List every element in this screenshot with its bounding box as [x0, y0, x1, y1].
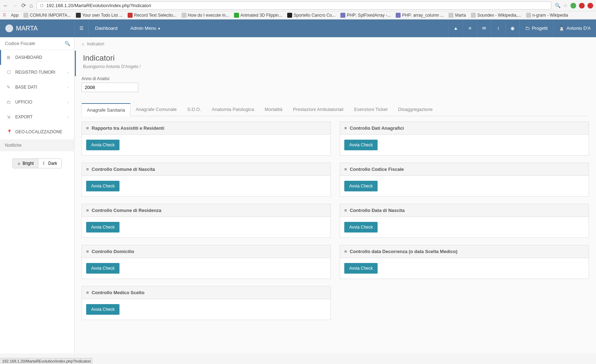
- avvia-check-button[interactable]: Avvia Check: [86, 263, 119, 274]
- tab-mortalita[interactable]: Mortalità: [260, 103, 288, 116]
- bookmark-item[interactable]: How do I execute m...: [182, 13, 229, 18]
- bookmarks-bar: ⠿ App COMUNI IMPORTA... Your own Todo Li…: [0, 11, 596, 19]
- monitor-icon: 🖵: [7, 70, 12, 75]
- back-icon[interactable]: ←: [3, 2, 9, 9]
- avvia-check-button[interactable]: Avvia Check: [86, 181, 119, 191]
- bookmark-item[interactable]: PHP: array_column ...: [396, 13, 444, 18]
- panel-body: Avvia Check: [340, 135, 589, 155]
- tab-esenzioni[interactable]: Esenzioni Ticket: [349, 103, 393, 116]
- panel-body: Avvia Check: [82, 176, 330, 196]
- moon-icon: ☾: [43, 161, 46, 166]
- panel: ≡Controllo Dati AnagraficiAvvia Check: [340, 122, 589, 156]
- sidebar-item-ufficio[interactable]: 🗀UFFICIO‹: [0, 95, 74, 110]
- panel-title: Controllo data Decorrenza (o data Scelta…: [350, 249, 457, 254]
- browser-chrome: ← → ⟳ ⌂ 🗋 🔍 ☆ ⠿ App COMUNI IMPORTA... Yo…: [0, 0, 596, 19]
- panel-title: Controllo Comune di Nascita: [92, 167, 155, 172]
- tab-sdo[interactable]: S.D.O.: [182, 103, 206, 116]
- tab-disaggregazione[interactable]: Disaggregazione: [393, 103, 438, 116]
- bookmark-item[interactable]: PHP: SplFixedArray -...: [340, 13, 391, 18]
- star-icon[interactable]: ☆: [563, 3, 568, 8]
- forward-icon[interactable]: →: [12, 2, 18, 9]
- extension-icon-2[interactable]: [570, 3, 576, 9]
- panel-header: ≡Controllo data Decorrenza (o data Scelt…: [340, 245, 589, 258]
- sidebar-section-notifiche: Notifiche: [0, 139, 74, 151]
- bookmark-item[interactable]: Record Text Selectio...: [128, 13, 177, 18]
- chevron-left-icon: ‹: [67, 71, 68, 74]
- alert-icon[interactable]: ▲: [449, 19, 463, 37]
- panel-body: Avvia Check: [82, 135, 330, 155]
- panel-body: Avvia Check: [82, 258, 330, 279]
- bookmark-item[interactable]: Soundex - Wikipedia,...: [471, 13, 521, 18]
- avvia-check-button[interactable]: Avvia Check: [344, 263, 378, 274]
- home-icon[interactable]: ⌂: [29, 2, 33, 9]
- bars-icon: ≡: [86, 208, 89, 213]
- nav-admin-menu[interactable]: Admin Menu ▼: [124, 19, 167, 37]
- tab-prestazioni[interactable]: Prestazioni Ambulatoriali: [288, 103, 349, 116]
- bookmark-item[interactable]: Your own Todo List ...: [76, 13, 123, 18]
- bookmark-item[interactable]: Animated 3D Flippin...: [234, 13, 282, 18]
- avvia-check-button[interactable]: Avvia Check: [344, 222, 378, 233]
- panel-body: Avvia Check: [340, 176, 589, 196]
- nav-dashboard[interactable]: Dashboard: [89, 19, 124, 37]
- panel-header: ≡Rapporto tra Assistiti e Residenti: [82, 122, 330, 135]
- url-bar[interactable]: 🗋: [37, 1, 551, 10]
- panel-title: Rapporto tra Assistiti e Residenti: [92, 125, 165, 131]
- theme-bright-button[interactable]: ☼Bright: [13, 159, 38, 168]
- breadcrumb: ⌂ Indicatori: [74, 37, 596, 51]
- extension-icon-3[interactable]: [579, 3, 585, 9]
- logo[interactable]: MARTA: [0, 24, 74, 32]
- chevron-left-icon: ‹: [67, 85, 68, 89]
- extension-icon-4[interactable]: [587, 3, 593, 9]
- list-icon[interactable]: ≡: [463, 19, 477, 37]
- sidebar-toggle-button[interactable]: ☰: [74, 19, 89, 37]
- extension-icon-1[interactable]: 🔍: [555, 3, 561, 8]
- bookmark-item[interactable]: Sportello Cancro Co...: [287, 13, 335, 18]
- mail-icon[interactable]: ✉: [477, 19, 491, 37]
- reload-icon[interactable]: ⟳: [21, 2, 26, 9]
- avvia-check-button[interactable]: Avvia Check: [344, 181, 378, 191]
- tab-anagrafe-sanitaria[interactable]: Anagrafe Sanitaria: [82, 103, 130, 116]
- avvia-check-button[interactable]: Avvia Check: [344, 140, 378, 150]
- tab-anatomia-patologica[interactable]: Anatomia Patologica: [206, 103, 259, 116]
- logo-icon: [5, 24, 13, 32]
- avvia-check-button[interactable]: Avvia Check: [86, 140, 119, 150]
- bars-icon: ≡: [86, 167, 89, 172]
- progetti-button[interactable]: 🗀Progetti: [519, 19, 553, 37]
- sidebar-item-geo[interactable]: 📍GEO-LOCALIZZAZIONE: [0, 124, 74, 139]
- panel-body: Avvia Check: [82, 217, 330, 237]
- tab-anagrafe-comunale[interactable]: Anagrafe Comunale: [130, 103, 182, 116]
- sidebar-item-registro-tumori[interactable]: 🖵REGISTRO TUMORI‹: [0, 65, 74, 80]
- breadcrumb-item[interactable]: Indicatori: [87, 41, 104, 46]
- bookmark-item[interactable]: Marta: [449, 13, 466, 18]
- url-input[interactable]: [46, 3, 548, 8]
- info-icon[interactable]: i: [491, 19, 505, 37]
- panel: ≡Controllo Comune di NascitaAvvia Check: [82, 163, 331, 197]
- chevron-left-icon: ‹: [67, 115, 68, 119]
- sidebar-item-export[interactable]: ⇲EXPORT‹: [0, 110, 74, 124]
- sidebar-search[interactable]: 🔍: [0, 37, 74, 50]
- avvia-check-button[interactable]: Avvia Check: [86, 222, 119, 233]
- panel: ≡Controllo Medico SceltoAvvia Check: [82, 286, 331, 320]
- home-icon[interactable]: ⌂: [82, 41, 84, 46]
- panel-body: Avvia Check: [82, 299, 330, 320]
- user-menu[interactable]: ⛄Antonio D'A: [553, 19, 596, 37]
- theme-dark-button[interactable]: ☾Dark: [38, 159, 61, 168]
- search-icon[interactable]: 🔍: [65, 41, 70, 46]
- panel-title: Controllo Domicilio: [92, 249, 134, 254]
- year-input[interactable]: [82, 83, 138, 92]
- pin-icon: 📍: [7, 129, 12, 134]
- help-icon[interactable]: ◉: [505, 19, 519, 37]
- avvia-check-button[interactable]: Avvia Check: [86, 304, 119, 315]
- sidebar-item-base-dati[interactable]: ✎BASE DATI‹: [0, 80, 74, 95]
- apps-icon[interactable]: ⠿: [3, 13, 6, 18]
- sidebar-item-dashboard[interactable]: ⊞DASHBOARD: [0, 50, 74, 65]
- search-input[interactable]: [5, 41, 65, 46]
- bars-icon: ≡: [86, 125, 89, 131]
- panel-title: Controllo Codice Fiscale: [350, 167, 404, 172]
- page-icon: 🗋: [40, 3, 44, 8]
- bars-icon: ≡: [344, 249, 347, 254]
- bookmark-item[interactable]: COMUNI IMPORTA...: [23, 13, 71, 18]
- panel: ≡Controllo Comune di ResidenzaAvvia Chec…: [82, 204, 331, 238]
- bookmark-item[interactable]: App: [11, 13, 18, 18]
- bookmark-item[interactable]: n-gram - Wikipedia: [526, 13, 568, 18]
